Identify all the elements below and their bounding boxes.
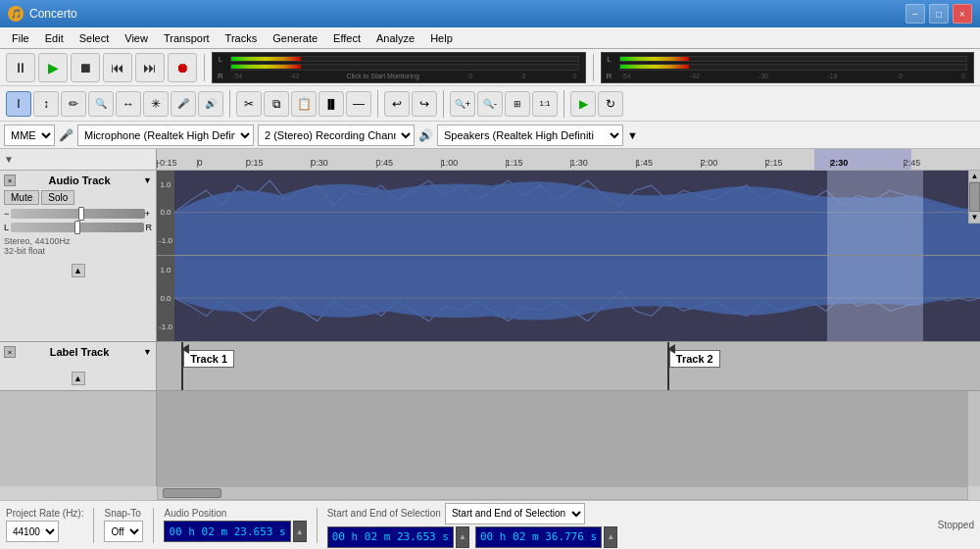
draw-tool-button[interactable]: ✏ — [61, 91, 86, 117]
trim-audio-button[interactable]: ▐▌ — [318, 91, 344, 117]
label-track-close-button[interactable]: × — [4, 346, 16, 358]
vu-output-bar-l — [619, 56, 968, 63]
label-track-dropdown-button[interactable]: ▼ — [143, 347, 152, 357]
undo-button[interactable]: ↩ — [384, 91, 410, 117]
zoom-fit-button[interactable]: ⊞ — [505, 91, 530, 117]
label-marker-track2: Track 2 — [667, 342, 669, 390]
track-name-row: × Audio Track ▼ — [4, 175, 152, 186]
selection-times-control: 00 h 02 m 23.653 s ▲ 00 h 02 m 36.776 s … — [327, 526, 617, 548]
selection-start-input[interactable]: 00 h 02 m 23.653 s — [327, 526, 454, 548]
selection-end-arrow[interactable]: ▲ — [604, 526, 617, 548]
zoom-reset-button[interactable]: 1:1 — [532, 91, 558, 117]
selection-start-arrow[interactable]: ▲ — [456, 526, 469, 548]
label-track-collapse-button[interactable]: ▲ — [72, 372, 85, 385]
input-icon: 🎤 — [59, 128, 74, 142]
multi-tool-button[interactable]: ✳ — [143, 91, 169, 117]
scroll-up-arrow[interactable]: ▲ — [969, 171, 980, 182]
ruler-mark-2: 0:15 — [246, 158, 264, 168]
pan-l-label: L — [4, 223, 9, 232]
vertical-scrollbar[interactable]: ▲ ▼ — [968, 171, 980, 224]
label-text-track1: Track 1 — [183, 350, 234, 368]
waveform-top-channel — [174, 171, 980, 256]
host-select[interactable]: MME — [4, 125, 55, 146]
envelope-tool-button[interactable]: ↕ — [33, 91, 59, 117]
hscroll-row — [0, 486, 980, 500]
pan-slider[interactable] — [11, 223, 143, 232]
menu-view[interactable]: View — [117, 30, 156, 46]
ruler-mark-3: 0:30 — [311, 158, 328, 168]
green-play-button[interactable]: ▶ — [570, 91, 596, 117]
output-device-select[interactable]: Speakers (Realtek High Definiti — [437, 125, 623, 146]
zoom-separator — [443, 90, 444, 118]
cut-button[interactable]: ✂ — [236, 91, 262, 117]
redo-button[interactable]: ↪ — [412, 91, 437, 117]
solo-button[interactable]: Solo — [41, 190, 74, 205]
zoom-in-button[interactable]: 🔍+ — [450, 91, 475, 117]
menu-transport[interactable]: Transport — [156, 30, 218, 46]
snap-to-select[interactable]: Off — [104, 521, 143, 542]
audio-position-input[interactable]: 00 h 02 m 23.653 s — [164, 521, 290, 542]
gain-slider[interactable] — [11, 209, 144, 219]
menu-tracks[interactable]: Tracks — [218, 30, 266, 46]
timeshift-tool-button[interactable]: ↔ — [116, 91, 141, 117]
output-dropdown-icon: ▼ — [627, 129, 638, 141]
mute-button[interactable]: Mute — [4, 190, 39, 205]
menu-analyze[interactable]: Analyze — [368, 30, 422, 46]
ruler-mark-10: 2:15 — [765, 158, 783, 168]
hscroll-track[interactable] — [157, 486, 968, 500]
project-rate-control: 44100 — [6, 521, 83, 542]
silence-button[interactable]: — — [346, 91, 371, 117]
maximize-button[interactable]: □ — [929, 4, 949, 24]
stop-button[interactable]: ⏹ — [71, 53, 100, 82]
record-button[interactable]: ⏺ — [168, 53, 197, 82]
playback-level-button[interactable]: 🔊 — [198, 91, 223, 117]
audio-track-info: × Audio Track ▼ Mute Solo − + — [0, 171, 157, 341]
hscroll-thumb[interactable] — [163, 488, 221, 498]
channels-select[interactable]: 2 (Stereo) Recording Channels — [258, 125, 415, 146]
audio-track-close-button[interactable]: × — [4, 175, 16, 186]
menu-file[interactable]: File — [4, 30, 37, 46]
selection-tool-button[interactable]: I — [6, 91, 31, 117]
menu-help[interactable]: Help — [422, 30, 461, 46]
gain-knob[interactable] — [78, 207, 84, 221]
play-button[interactable]: ▶ — [38, 53, 68, 82]
scroll-down-arrow[interactable]: ▼ — [969, 212, 980, 224]
input-device-select[interactable]: Microphone (Realtek High Defini — [77, 125, 254, 146]
scroll-thumb[interactable] — [969, 182, 980, 212]
menu-effect[interactable]: Effect — [325, 30, 368, 46]
project-rate-group: Project Rate (Hz): 44100 — [6, 508, 83, 542]
audio-track-collapse-button[interactable]: ▲ — [72, 264, 85, 277]
transport-toolbar: ⏸ ▶ ⏹ ⏮ ⏭ ⏺ L R -54 -42 Click t — [0, 49, 980, 86]
gain-row: − + — [4, 209, 152, 219]
output-vu-meter: L R -54 -42 -30 -18 -9 0 — [601, 52, 975, 83]
pan-knob[interactable] — [74, 221, 80, 234]
close-button[interactable]: × — [953, 4, 972, 24]
skip-back-button[interactable]: ⏮ — [103, 53, 132, 82]
ruler-mark-5: 1:00 — [441, 158, 459, 168]
record-level-button[interactable]: 🎤 — [171, 91, 196, 117]
waveform-scale-top: 1.0 0.0 -1.0 — [157, 171, 174, 256]
devicebar: MME 🎤 Microphone (Realtek High Defini 2 … — [0, 122, 980, 149]
pause-button[interactable]: ⏸ — [6, 53, 35, 82]
minimize-button[interactable]: − — [906, 4, 925, 24]
tools-separator — [229, 90, 230, 118]
zoom-tool-button[interactable]: 🔍 — [88, 91, 114, 117]
ruler-mark-11: 2:30 — [830, 158, 848, 168]
paste-button[interactable]: 📋 — [291, 91, 317, 117]
selection-end-input[interactable]: 00 h 02 m 36.776 s — [475, 526, 602, 548]
menu-select[interactable]: Select — [72, 30, 118, 46]
skip-fwd-button[interactable]: ⏭ — [135, 53, 165, 82]
audio-track-waveform[interactable]: 1.0 0.0 -1.0 1.0 0.0 -1.0 — [157, 171, 980, 341]
zoom-out-button[interactable]: 🔍- — [477, 91, 503, 117]
menu-edit[interactable]: Edit — [37, 30, 72, 46]
label-text-track2: Track 2 — [669, 350, 720, 368]
copy-button[interactable]: ⧉ — [264, 91, 289, 117]
ruler-mark-1: 0 — [197, 158, 202, 168]
menu-generate[interactable]: Generate — [265, 30, 325, 46]
project-rate-label: Project Rate (Hz): — [6, 508, 83, 519]
selection-type-select[interactable]: Start and End of Selection — [445, 503, 585, 524]
audio-position-up-arrow[interactable]: ▲ — [293, 521, 307, 542]
audio-track-dropdown-button[interactable]: ▼ — [143, 175, 152, 185]
loop-play-button[interactable]: ↻ — [598, 91, 623, 117]
project-rate-select[interactable]: 44100 — [6, 521, 59, 542]
